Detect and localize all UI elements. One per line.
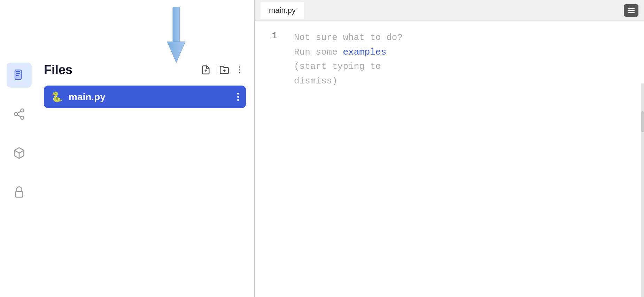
svg-rect-19 (628, 10, 635, 11)
file-item-menu-button[interactable] (237, 93, 239, 101)
editor-content[interactable]: 1 Not sure what to do? Run some examples… (255, 21, 644, 297)
files-actions (200, 64, 246, 76)
scrollbar-track[interactable] (641, 83, 644, 297)
editor-panel: main.py 1 Not sure what to do? Run some … (255, 0, 644, 297)
line-number-1: 1 (261, 31, 277, 41)
svg-point-5 (15, 113, 18, 116)
files-panel: Files (38, 0, 254, 297)
svg-rect-18 (628, 8, 635, 9)
sidebar-item-packages[interactable] (7, 141, 32, 166)
down-arrow-icon (167, 7, 185, 63)
svg-point-4 (21, 109, 24, 112)
sidebar-item-share[interactable] (7, 102, 32, 127)
file-item-name: main.py (69, 91, 232, 103)
svg-point-15 (239, 66, 240, 68)
sidebar-item-secrets[interactable] (7, 179, 32, 204)
svg-point-6 (21, 116, 24, 119)
examples-link[interactable]: examples (343, 47, 386, 57)
lock-icon (13, 186, 25, 198)
placeholder-line4: dismiss) (294, 76, 337, 86)
new-file-button[interactable] (200, 64, 212, 76)
placeholder-line3: (start typing to (294, 61, 381, 72)
svg-marker-1 (167, 42, 185, 63)
line-numbers: 1 (255, 29, 283, 289)
new-file-icon (201, 65, 211, 75)
files-title: Files (44, 63, 194, 77)
actions-divider (215, 65, 215, 75)
icon-rail (0, 0, 38, 297)
files-header: Files (44, 63, 246, 77)
svg-rect-0 (173, 7, 180, 42)
more-options-button[interactable] (233, 64, 246, 76)
svg-line-7 (17, 115, 21, 117)
svg-line-8 (17, 111, 21, 113)
editor-placeholder: Not sure what to do? Run some examples (… (294, 31, 633, 88)
svg-point-17 (239, 72, 240, 73)
share-icon (13, 108, 25, 120)
placeholder-line2: Run some (294, 47, 343, 57)
cube-icon (13, 147, 25, 159)
new-folder-button[interactable] (218, 64, 231, 76)
svg-rect-10 (16, 192, 23, 198)
python-file-icon: 🐍 (51, 91, 63, 103)
editor-menu-button[interactable] (624, 4, 638, 17)
editor-tab-main-py[interactable]: main.py (261, 2, 304, 19)
editor-tab-bar: main.py (255, 0, 644, 21)
scrollbar-thumb[interactable] (641, 111, 644, 132)
placeholder-line1: Not sure what to do? (294, 32, 403, 43)
file-item-main-py[interactable]: 🐍 main.py (44, 86, 246, 108)
file-list: 🐍 main.py (44, 86, 246, 108)
more-vertical-icon (235, 65, 245, 75)
sidebar-item-files[interactable] (7, 63, 32, 88)
svg-point-16 (239, 69, 240, 71)
svg-rect-20 (628, 12, 635, 13)
new-folder-icon (219, 65, 229, 75)
hamburger-icon (628, 7, 635, 14)
file-icon (13, 69, 25, 81)
arrow-indicator (167, 7, 185, 63)
editor-body[interactable]: Not sure what to do? Run some examples (… (283, 29, 644, 289)
